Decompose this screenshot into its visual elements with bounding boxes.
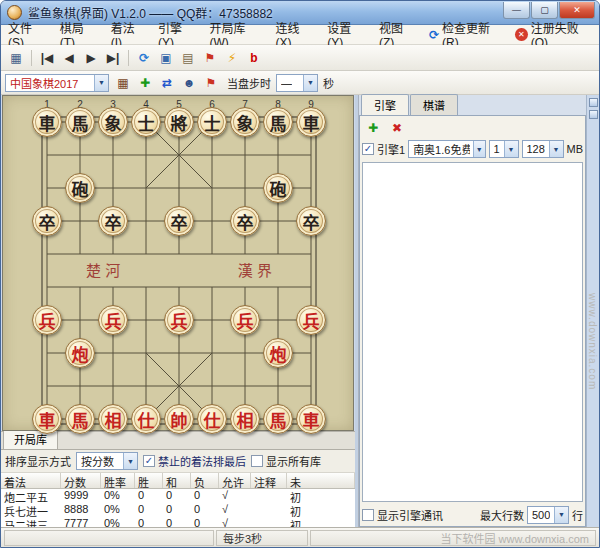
last-move-icon[interactable]: ▶| (103, 48, 123, 68)
menubar: 文件(S)棋局(T)着法(I)引擎(Y)开局库(W)连线(X)设置(Y)视图(Z… (1, 25, 599, 45)
column-header[interactable]: 着法 (1, 473, 61, 488)
red-piece[interactable]: 馬 (263, 404, 293, 434)
column-header[interactable]: 未 (287, 473, 355, 488)
column-header[interactable]: 注释 (251, 473, 287, 488)
column-header[interactable]: 和 (163, 473, 191, 488)
red-piece[interactable]: 炮 (263, 338, 293, 368)
black-piece[interactable]: 車 (296, 107, 326, 137)
refresh-icon[interactable]: ⟳ (134, 48, 154, 68)
sort-mode-select[interactable]: 按分数 ▼ (76, 452, 138, 470)
minimize-button[interactable]: — (503, 2, 530, 19)
flag-icon[interactable]: ⚑ (200, 48, 220, 68)
prev-move-icon[interactable]: ◀ (59, 48, 79, 68)
red-piece[interactable]: 車 (296, 404, 326, 434)
flag-icon[interactable]: ⚑ (201, 73, 221, 93)
red-piece[interactable]: 兵 (230, 305, 260, 335)
column-header[interactable]: 分数 (61, 473, 101, 488)
table-cell: 0 (191, 489, 219, 503)
close-button[interactable]: ✕ (559, 2, 595, 19)
table-cell (251, 517, 287, 527)
table-row[interactable]: 兵七进一88880%000√初 (1, 503, 355, 517)
engine-output-list[interactable] (362, 162, 583, 502)
red-piece[interactable]: 帥 (164, 404, 194, 434)
show-all-option[interactable]: ✓ 显示所有库 (251, 453, 321, 469)
table-cell (251, 503, 287, 517)
black-piece[interactable]: 卒 (98, 206, 128, 236)
black-piece[interactable]: 卒 (230, 206, 260, 236)
swap-icon[interactable]: ⇄ (157, 73, 177, 93)
hash-size-select[interactable]: 128 ▼ (522, 140, 564, 158)
black-piece[interactable]: 卒 (32, 206, 62, 236)
black-piece[interactable]: 象 (230, 107, 260, 137)
chevron-down-icon: ▼ (554, 507, 568, 523)
maximize-button[interactable]: ▢ (531, 2, 558, 19)
table-cell (251, 489, 287, 503)
red-piece[interactable]: 車 (32, 404, 62, 434)
lightning-icon[interactable]: ⚡ (222, 48, 242, 68)
monitor-icon[interactable]: ▣ (156, 48, 176, 68)
red-piece[interactable]: 兵 (98, 305, 128, 335)
forbid-last-option[interactable]: ✓ 禁止的着法排最后 (143, 453, 246, 469)
tab-engine[interactable]: 引擎 (361, 94, 409, 115)
red-piece[interactable]: 兵 (164, 305, 194, 335)
board-icon[interactable]: ▦ (113, 73, 133, 93)
copy-icon[interactable]: ▤ (178, 48, 198, 68)
openbook-table-body[interactable]: 炮二平五99990%000√初兵七进一88880%000√初马二进三77770%… (1, 489, 355, 527)
new-board-icon[interactable]: ▦ (6, 48, 26, 68)
forbid-last-checkbox[interactable]: ✓ (143, 455, 155, 467)
table-row[interactable]: 炮二平五99990%000√初 (1, 489, 355, 503)
remove-engine-icon[interactable]: ✖ (387, 118, 407, 138)
black-piece[interactable]: 將 (164, 107, 194, 137)
engine-checkbox[interactable]: ✓ (362, 143, 374, 155)
show-comm-checkbox[interactable]: ✓ (362, 509, 374, 521)
column-header[interactable]: 胜率 (101, 473, 135, 488)
column-header[interactable]: 负 (191, 473, 219, 488)
table-cell: √ (219, 517, 251, 527)
app-window: 鲨鱼象棋(界面) V1.2.0 —— QQ群：47358882 — ▢ ✕ 文件… (0, 0, 600, 548)
red-piece[interactable]: 馬 (65, 404, 95, 434)
show-all-checkbox[interactable]: ✓ (251, 455, 263, 467)
table-row[interactable]: 马二进三77770%000√初 (1, 517, 355, 527)
hash-unit-label: MB (567, 143, 584, 155)
skin-select[interactable]: 中国象棋2017 ▼ (5, 74, 109, 92)
statusbar: 每步3秒 当下软件园 www.downxia.com (1, 527, 599, 547)
first-move-icon[interactable]: |◀ (37, 48, 57, 68)
threads-select[interactable]: 1 ▼ (489, 140, 519, 158)
step-time-select[interactable]: — ▼ (276, 74, 318, 92)
next-move-icon[interactable]: ▶ (81, 48, 101, 68)
red-piece[interactable]: 兵 (32, 305, 62, 335)
dock-button[interactable] (589, 98, 598, 107)
black-piece[interactable]: 士 (131, 107, 161, 137)
black-piece[interactable]: 卒 (164, 206, 194, 236)
black-piece[interactable]: 士 (197, 107, 227, 137)
engine-select[interactable]: 南奥1.6免费版 ▼ (408, 140, 485, 158)
dock-button[interactable] (589, 110, 598, 119)
chevron-down-icon: ▼ (473, 141, 485, 157)
tab-notation[interactable]: 棋谱 (410, 94, 458, 115)
toolbar-skin: 中国象棋2017 ▼ ▦✚⇄☻⚑ 当盘步时 — ▼ 秒 (1, 71, 599, 95)
column-header[interactable]: 允许 (219, 473, 251, 488)
column-header[interactable]: 胜 (135, 473, 163, 488)
red-piece[interactable]: 仕 (197, 404, 227, 434)
black-piece[interactable]: 車 (32, 107, 62, 137)
chess-board[interactable]: 123456789楚 河漢 界 車馬象士將士象馬車砲砲卒卒卒卒卒兵兵兵兵兵炮炮車… (2, 95, 354, 431)
status-pane-right: 当下软件园 www.downxia.com (310, 530, 596, 546)
black-piece[interactable]: 砲 (263, 173, 293, 203)
black-piece[interactable]: 象 (98, 107, 128, 137)
add-engine-icon[interactable]: ✚ (363, 118, 383, 138)
red-piece[interactable]: 兵 (296, 305, 326, 335)
black-piece[interactable]: 卒 (296, 206, 326, 236)
black-piece[interactable]: 砲 (65, 173, 95, 203)
max-lines-select[interactable]: 500 ▼ (527, 506, 569, 524)
engine-b-icon[interactable]: b (244, 48, 264, 68)
add-icon[interactable]: ✚ (135, 73, 155, 93)
red-piece[interactable]: 仕 (131, 404, 161, 434)
table-cell: 0 (191, 517, 219, 527)
player-icon[interactable]: ☻ (179, 73, 199, 93)
red-piece[interactable]: 相 (98, 404, 128, 434)
table-cell: 初 (287, 517, 355, 527)
red-piece[interactable]: 相 (230, 404, 260, 434)
black-piece[interactable]: 馬 (263, 107, 293, 137)
black-piece[interactable]: 馬 (65, 107, 95, 137)
red-piece[interactable]: 炮 (65, 338, 95, 368)
